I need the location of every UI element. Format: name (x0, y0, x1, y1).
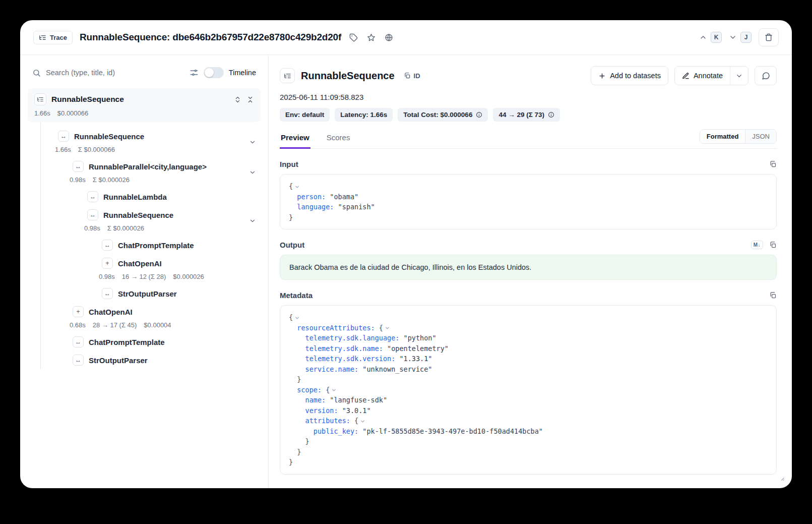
tree-node[interactable]: +ChatOpenAI0.98s16 → 12 (Σ 28)$0.000026 (41, 254, 268, 284)
node-label: ChatPromptTemplate (118, 241, 194, 250)
code-token: "langfuse-sdk" (326, 396, 387, 404)
code-line: person: "obama" (289, 192, 768, 202)
input-section-header: Input (280, 160, 777, 168)
output-label: Output (280, 241, 304, 249)
code-line: telemetry.sdk.language: "python" (289, 333, 768, 343)
expand-all-icon[interactable] (234, 96, 241, 103)
comments-button[interactable] (755, 66, 777, 85)
chevron-down-icon (729, 33, 737, 41)
token-usage-badge[interactable]: 44 → 29 (Σ 73) (493, 108, 560, 122)
span-icon: ↔ (87, 209, 98, 220)
copy-id-button[interactable]: ID (401, 70, 423, 82)
search-input[interactable] (46, 69, 184, 77)
tree-node[interactable]: ↔RunnableParallel<city,language>0.98sΣ $… (41, 157, 268, 188)
node-label: RunnableSequence (74, 132, 144, 141)
trace-type-label: Trace (50, 34, 67, 41)
tree-node[interactable]: ↔StrOutputParser (41, 284, 268, 303)
tree-node[interactable]: ↔StrOutputParser (41, 351, 268, 369)
annotate-dropdown-button[interactable] (730, 67, 748, 85)
trace-sidebar: Timeline RunnableSequence (20, 55, 269, 488)
node-stats: 0.98sΣ $0.000026 (84, 222, 268, 234)
code-line: { (289, 312, 768, 323)
info-icon (476, 111, 482, 118)
delete-trace-button[interactable] (759, 28, 779, 46)
timeline-toggle[interactable] (204, 67, 224, 78)
span-icon: ↔ (58, 131, 69, 142)
collapse-toggle-icon[interactable] (294, 315, 300, 321)
collapse-toggle-icon[interactable] (294, 184, 300, 190)
code-line: attributes: { (289, 416, 768, 426)
prev-trace-button[interactable]: K (699, 32, 722, 43)
code-token: { (289, 313, 293, 321)
output-text: Barack Obama es de la ciudad de Chicago,… (280, 255, 777, 280)
trace-window: Trace RunnableSequence: dbe646b2b67957d2… (20, 20, 792, 488)
tab-scores[interactable]: Scores (326, 129, 351, 149)
next-trace-button[interactable]: J (729, 32, 752, 43)
span-icon: ↔ (102, 240, 113, 251)
tab-preview[interactable]: Preview (280, 129, 310, 149)
code-line: { (289, 181, 768, 192)
tree-node[interactable]: ↔ChatPromptTemplate (41, 236, 268, 254)
node-label: RunnableSequence (103, 211, 173, 219)
globe-icon[interactable] (384, 32, 394, 43)
span-icon: ↔ (73, 336, 84, 347)
search-row: Timeline (20, 55, 268, 88)
observation-header: RunnableSequence ID Add to datasets (280, 66, 777, 85)
collapse-toggle-icon[interactable] (385, 325, 390, 331)
filter-icon[interactable] (190, 68, 199, 77)
tag-icon[interactable] (348, 32, 359, 43)
collapse-toggle-icon[interactable] (360, 419, 365, 424)
star-icon[interactable] (366, 32, 377, 43)
code-token: } (289, 448, 301, 456)
annotate-button[interactable]: Annotate (675, 67, 730, 85)
code-token: "1.33.1" (395, 355, 432, 363)
chevron-down-icon[interactable] (249, 169, 256, 176)
node-label: ChatOpenAI (89, 308, 133, 316)
collapse-all-icon[interactable] (246, 96, 254, 103)
tree-root-node[interactable]: RunnableSequence 1.66s$0.000066 (28, 88, 261, 122)
kbd-j: J (740, 32, 752, 43)
titlebar: Trace RunnableSequence: dbe646b2b67957d2… (20, 20, 792, 55)
chevron-down-icon[interactable] (249, 139, 256, 146)
preview-body: Input { person: "obama" language: "spani… (280, 149, 777, 488)
code-token: "3.0.1" (338, 406, 371, 415)
chevron-down-icon[interactable] (249, 217, 256, 224)
code-token: "obama" (326, 193, 358, 201)
code-token: "pk-lf-5855d85e-3943-497e-bd10-f50ad414b… (358, 427, 543, 435)
collapse-toggle-icon[interactable] (331, 387, 337, 393)
info-icon (548, 111, 554, 118)
node-label: RunnableParallel<city,language> (89, 162, 207, 171)
tree-node[interactable]: ↔RunnableSequence0.98sΣ $0.000026 (41, 206, 268, 236)
tree-node[interactable]: ↔RunnableSequence1.66sΣ $0.000066 (41, 127, 268, 157)
tree-node[interactable]: ↔RunnableLambda (41, 188, 268, 206)
code-line: } (289, 374, 768, 385)
tree-node[interactable]: ↔ChatPromptTemplate (41, 333, 268, 351)
code-token: { (350, 417, 358, 425)
node-label: ChatOpenAI (118, 259, 162, 268)
code-token: telemetry.sdk.version: (289, 355, 395, 363)
trace-tree: ↔RunnableSequence1.66sΣ $0.000066↔Runnab… (40, 122, 268, 369)
copy-icon[interactable] (769, 160, 777, 168)
format-formatted-option[interactable]: Formatted (700, 130, 745, 143)
node-label: StrOutputParser (118, 289, 177, 298)
code-token: { (322, 386, 330, 394)
copy-icon[interactable] (769, 292, 777, 299)
add-to-datasets-button[interactable]: Add to datasets (591, 66, 668, 85)
input-json-block: { person: "obama" language: "spanish"} (280, 174, 777, 229)
format-json-option[interactable]: JSON (745, 130, 776, 143)
code-line: } (289, 457, 768, 468)
node-label: ChatPromptTemplate (89, 338, 165, 346)
code-token: } (289, 213, 293, 221)
pencil-icon (682, 72, 690, 80)
node-stats: 0.68s28 → 17 (Σ 45)$0.00004 (70, 319, 268, 331)
code-line: service.name: "unknown_service" (289, 364, 768, 375)
code-token: { (289, 182, 293, 190)
tree-node[interactable]: +ChatOpenAI0.68s28 → 17 (Σ 45)$0.00004 (41, 303, 268, 333)
total-cost-badge[interactable]: Total Cost: $0.000066 (398, 108, 488, 122)
code-token: telemetry.sdk.name: (289, 344, 383, 353)
metadata-label: Metadata (280, 291, 313, 300)
code-token: "spanish" (334, 203, 374, 211)
copy-icon[interactable] (769, 241, 777, 249)
markdown-toggle-icon[interactable]: M↓ (751, 241, 763, 249)
resize-handle-icon[interactable] (778, 474, 785, 483)
